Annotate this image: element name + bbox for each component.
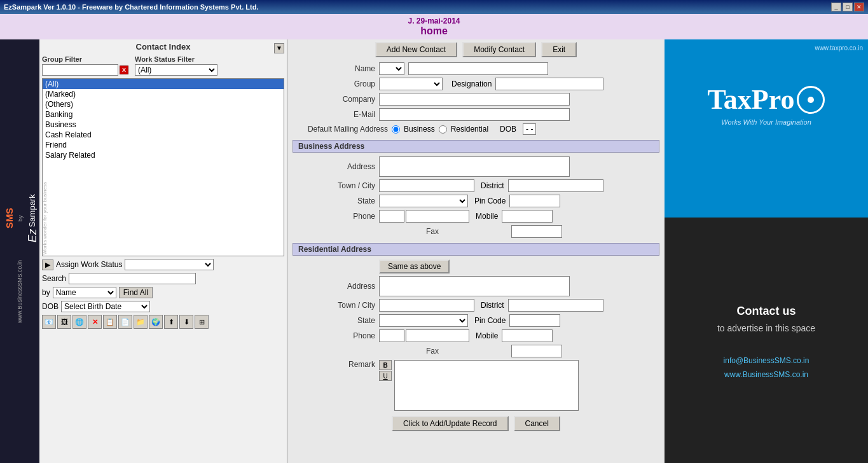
filter-row: Group Filter X Work Status Filter (All) [42,55,284,76]
bold-button[interactable]: B [379,360,392,370]
underline-button[interactable]: U [379,371,392,381]
assign-work-status-btn[interactable]: ▶ [42,259,53,270]
work-status-label: Work Status Filter [135,55,217,63]
find-all-button[interactable]: Find All [119,287,153,298]
doc-icon-btn[interactable]: 📄 [118,315,132,329]
delete-icon-btn[interactable]: ✕ [88,315,102,329]
add-update-button[interactable]: Click to Add/Update Record [392,416,508,431]
minimize-button[interactable]: _ [831,3,841,11]
work-status-select[interactable]: (All) [135,64,217,76]
group-item-all[interactable]: (All) [43,79,284,89]
biz-pincode-label: Pin Code [474,197,506,205]
clear-filter-button[interactable]: X [120,66,128,74]
name-input[interactable] [408,62,548,75]
group-label: Group [293,79,375,88]
res-address-input[interactable] [379,276,570,296]
biz-fax-input[interactable] [511,225,562,238]
res-phone-row: Phone Mobile [293,329,659,342]
company-label: Company [293,95,375,104]
group-item-cash[interactable]: Cash Related [43,130,284,140]
assign-status-select[interactable] [125,259,214,270]
collapse-button[interactable]: ▼ [274,43,284,53]
res-district-input[interactable] [508,299,603,312]
designation-input[interactable] [495,78,603,90]
title-text: EzSampark Ver 1.0.10 - Freeware by Chart… [4,3,258,11]
group-filter-input[interactable] [42,64,118,76]
group-item-salary[interactable]: Salary Related [43,150,284,160]
res-address-row: Address [293,276,659,296]
taxpro-logo-container: TaxPro [708,83,825,116]
sidebar-sms: SMS [4,208,15,229]
biz-phone-label: Phone [293,212,375,221]
biz-town-input[interactable] [379,179,474,192]
biz-phone-inputs [379,210,469,223]
remark-textarea[interactable] [394,360,579,411]
res-town-input[interactable] [379,299,474,312]
main-toolbar: Add New Contact Modify Contact Exit [293,42,659,57]
biz-mobile-input[interactable] [502,210,553,223]
biz-phone-std[interactable] [379,210,404,223]
res-fax-input[interactable] [511,345,562,357]
up-icon-btn[interactable]: ⬆ [164,315,178,329]
name-prefix-select[interactable] [379,62,404,75]
biz-address-row: Address [293,156,659,177]
res-district-label: District [481,301,504,310]
dob-select[interactable]: Select Birth Date [61,301,150,312]
group-item-business[interactable]: Business [43,120,284,130]
group-item-others[interactable]: (Others) [43,99,284,109]
left-sidebar: Business SMS by Ez Sampark Works wonder … [0,39,39,463]
email-icon-btn[interactable]: 📧 [42,315,56,329]
biz-mobile-label: Mobile [476,212,498,221]
group-select[interactable] [379,78,443,90]
name-label: Name [293,64,375,73]
by-select[interactable]: Name [53,287,116,298]
remark-label: Remark [293,360,375,369]
res-city-row: Town / City District [293,299,659,312]
globe-icon-btn[interactable]: 🌍 [149,315,163,329]
contact-form: Name Group Designation Company [293,62,659,411]
add-new-contact-button[interactable]: Add New Contact [375,42,457,57]
down-icon-btn[interactable]: ⬇ [179,315,193,329]
biz-phone-number[interactable] [406,210,469,223]
modify-contact-button[interactable]: Modify Contact [462,42,536,57]
taxpro-tagline: Works With Your Imagination [721,118,811,126]
res-pincode-input[interactable] [509,314,560,327]
web-icon-btn[interactable]: 🌐 [72,315,86,329]
copy-icon-btn[interactable]: 📋 [103,315,117,329]
sidebar-by: by [17,216,24,222]
res-phone-inputs [379,329,469,342]
res-phone-label: Phone [293,331,375,340]
biz-state-label: State [293,197,375,205]
biz-district-input[interactable] [508,179,603,192]
res-phone-std[interactable] [379,329,404,342]
search-input[interactable] [69,273,196,284]
group-item-friend[interactable]: Friend [43,140,284,150]
exit-button[interactable]: Exit [541,42,577,57]
same-as-above-button[interactable]: Same as above [379,259,450,273]
cancel-button[interactable]: Cancel [514,416,560,431]
biz-state-select[interactable] [379,195,468,207]
date-text: J. 29-mai-2014 [3,17,865,25]
contact-index-panel: Contact Index ▼ Group Filter X Work Stat… [39,39,287,463]
folder-icon-btn[interactable]: 📁 [134,315,148,329]
biz-pincode-input[interactable] [509,195,560,207]
remark-container: B U [379,360,579,411]
res-phone-number[interactable] [406,329,469,342]
image-icon-btn[interactable]: 🖼 [57,315,71,329]
res-mobile-input[interactable] [502,329,553,342]
dob-form-label: DOB [500,125,516,134]
dob-row: DOB Select Birth Date [42,301,284,312]
group-item-marked[interactable]: (Marked) [43,89,284,99]
close-button[interactable]: ✕ [854,3,864,11]
grid-icon-btn[interactable]: ⊞ [195,315,209,329]
biz-address-input[interactable] [379,156,570,177]
email-input[interactable] [379,108,570,121]
group-item-banking[interactable]: Banking [43,109,284,120]
maximize-button[interactable]: □ [843,3,853,11]
assign-row: ▶ Assign Work Status [42,259,284,270]
res-state-select[interactable] [379,314,468,327]
company-input[interactable] [379,93,570,106]
residential-radio[interactable] [439,125,447,134]
res-fax-label: Fax [293,347,439,356]
business-radio[interactable] [392,125,400,134]
